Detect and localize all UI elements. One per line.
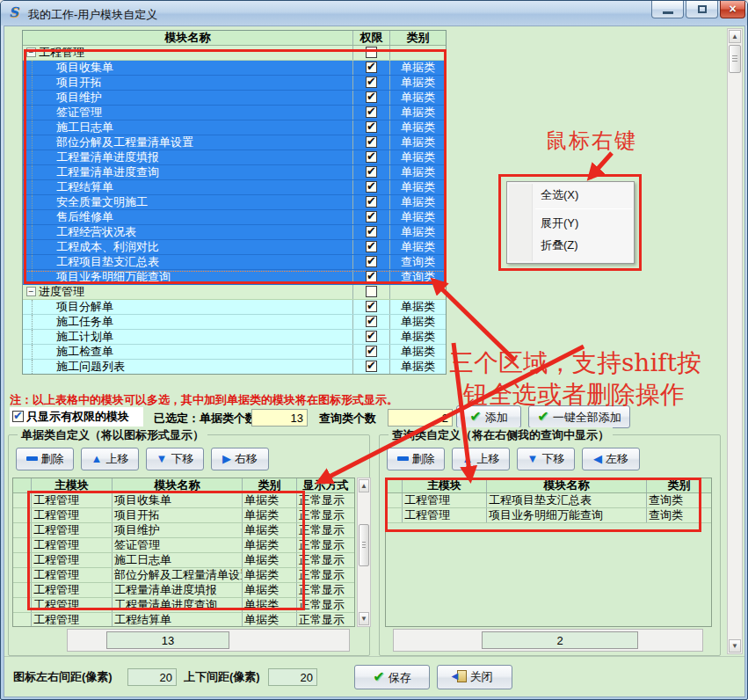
permission-checkbox[interactable] <box>366 121 377 133</box>
table-row[interactable]: 工程管理部位分解及工程量清单设置单据类正常显示 <box>13 568 354 583</box>
module-row[interactable]: 施工任务单单据类 <box>23 315 446 330</box>
module-row[interactable]: 安全质量文明施工单据类 <box>23 195 446 210</box>
row-selector[interactable] <box>13 538 31 552</box>
permission-checkbox[interactable] <box>366 136 377 148</box>
module-row[interactable]: 签证管理单据类 <box>23 106 446 120</box>
permission-checkbox[interactable] <box>366 181 377 193</box>
permission-checkbox[interactable] <box>366 316 377 327</box>
module-row[interactable]: 工程经营状况表单据类 <box>23 225 446 240</box>
table-row[interactable]: 工程管理工程结算单单据类正常显示 <box>13 613 354 627</box>
table-row[interactable]: 工程管理工程量清单进度填报单据类正常显示 <box>13 583 354 598</box>
window-scrollbar[interactable]: ▲ ▼ <box>727 28 743 654</box>
tree-line <box>32 135 54 149</box>
permission-checkbox[interactable] <box>366 286 377 297</box>
v-spacing-field[interactable] <box>268 668 317 686</box>
doc-delete-button[interactable]: 删除 <box>16 448 74 470</box>
row-selector[interactable] <box>13 523 31 537</box>
query-move-down-button[interactable]: 下移 <box>517 448 575 470</box>
permission-checkbox[interactable] <box>366 256 377 267</box>
permission-checkbox[interactable] <box>366 241 377 252</box>
module-row[interactable]: 项目维护单据类 <box>23 91 446 106</box>
permission-checkbox[interactable] <box>366 271 377 282</box>
permission-checkbox[interactable] <box>366 301 377 312</box>
doc-table-scrollbar[interactable]: ▲ ▼ <box>357 478 371 627</box>
scrollbar-thumb[interactable] <box>729 45 741 73</box>
group-row[interactable]: −进度管理 <box>23 285 446 300</box>
row-selector[interactable] <box>13 493 31 507</box>
permission-checkbox[interactable] <box>366 62 377 73</box>
permission-checkbox[interactable] <box>366 77 377 88</box>
module-row[interactable]: 工程量清单进度查询单据类 <box>23 165 446 180</box>
row-selector[interactable] <box>13 613 31 627</box>
row-selector[interactable] <box>13 568 31 582</box>
permission-checkbox[interactable] <box>366 346 377 357</box>
module-row[interactable]: 工程量清单进度填报单据类 <box>23 150 446 165</box>
query-move-up-button[interactable]: 上移 <box>452 448 510 470</box>
module-row[interactable]: 售后维修单单据类 <box>23 210 446 225</box>
query-delete-button[interactable]: 删除 <box>387 448 445 470</box>
tree-collapse-icon[interactable]: − <box>26 47 36 57</box>
table-row[interactable]: 工程管理项目开拓单据类正常显示 <box>13 508 354 523</box>
permission-checkbox[interactable] <box>366 151 377 163</box>
permission-checkbox[interactable] <box>366 196 377 208</box>
row-selector[interactable] <box>13 598 31 612</box>
scroll-down-icon[interactable]: ▼ <box>359 612 369 625</box>
only-permission-checkbox[interactable] <box>12 411 24 422</box>
doc-move-down-button[interactable]: 下移 <box>146 448 204 470</box>
module-row[interactable]: 施工问题列表单据类 <box>23 360 446 375</box>
table-row[interactable]: 工程管理工程量清单进度查询单据类正常显示 <box>13 598 354 613</box>
scrollbar-thumb[interactable] <box>359 524 369 566</box>
table-row[interactable]: 工程管理项目维护单据类正常显示 <box>13 523 354 538</box>
title-bar[interactable]: S 我的工作-用户模块自定义 × <box>1 1 747 26</box>
row-selector[interactable] <box>13 508 31 522</box>
module-row[interactable]: 施工计划单单据类 <box>23 330 446 345</box>
table-row[interactable]: 工程管理工程项目垫支汇总表查询类 <box>386 493 711 508</box>
table-row[interactable]: 工程管理签证管理单据类正常显示 <box>13 538 354 553</box>
permission-checkbox[interactable] <box>366 106 377 118</box>
scroll-up-icon[interactable]: ▲ <box>729 30 741 43</box>
group-row[interactable]: −工程管理 <box>23 46 446 61</box>
row-selector[interactable] <box>386 493 402 507</box>
scroll-up-icon[interactable]: ▲ <box>359 479 369 492</box>
permission-checkbox[interactable] <box>366 91 377 103</box>
row-selector[interactable] <box>13 553 31 567</box>
module-row[interactable]: 部位分解及工程量清单设置单据类 <box>23 135 446 150</box>
row-selector[interactable] <box>13 583 31 597</box>
doc-count-field[interactable] <box>251 409 308 427</box>
tree-collapse-icon[interactable]: − <box>26 287 36 296</box>
minimize-button[interactable] <box>651 1 684 18</box>
module-row[interactable]: 工程项目垫支汇总表查询类 <box>23 255 446 270</box>
menu-item[interactable]: 折叠(Z) <box>507 234 634 256</box>
maximize-button[interactable] <box>686 1 718 18</box>
module-row[interactable]: 施工日志单单据类 <box>23 120 446 135</box>
table-row[interactable]: 工程管理项目业务明细万能查询查询类 <box>386 508 711 523</box>
h-spacing-field[interactable] <box>127 668 177 686</box>
doc-move-right-button[interactable]: 右移 <box>211 448 269 470</box>
doc-move-up-button[interactable]: 上移 <box>81 448 139 470</box>
module-row[interactable]: 项目开拓单据类 <box>23 76 446 91</box>
permission-checkbox[interactable] <box>366 166 377 178</box>
save-button[interactable]: 保存 <box>354 665 430 689</box>
close-button[interactable]: × <box>720 1 745 18</box>
scroll-down-icon[interactable]: ▼ <box>729 639 741 653</box>
only-permission-checkbox-area[interactable]: 只显示有权限的模块 <box>10 407 143 427</box>
module-row[interactable]: 项目业务明细万能查询查询类 <box>23 270 446 285</box>
menu-item[interactable]: 全选(X) <box>507 184 634 206</box>
permission-checkbox[interactable] <box>366 361 377 372</box>
permission-checkbox[interactable] <box>366 331 377 342</box>
query-move-left-button[interactable]: 左移 <box>582 448 640 470</box>
module-row[interactable]: 项目收集单单据类 <box>23 61 446 76</box>
permission-checkbox[interactable] <box>366 211 377 222</box>
menu-item[interactable]: 展开(Y) <box>507 212 634 234</box>
module-row[interactable]: 工程结算单单据类 <box>23 180 446 195</box>
close-dialog-button[interactable]: 关闭 <box>437 665 512 689</box>
query-count-field[interactable] <box>388 409 453 427</box>
table-row[interactable]: 工程管理施工日志单单据类正常显示 <box>13 553 354 568</box>
module-row[interactable]: 工程成本、利润对比单据类 <box>23 240 446 255</box>
module-row[interactable]: 项目分解单单据类 <box>23 300 446 315</box>
permission-checkbox[interactable] <box>366 47 377 58</box>
row-selector[interactable] <box>386 508 402 522</box>
module-row[interactable]: 施工检查单单据类 <box>23 345 446 360</box>
permission-checkbox[interactable] <box>366 226 377 237</box>
table-row[interactable]: 工程管理项目收集单单据类正常显示 <box>13 493 354 508</box>
